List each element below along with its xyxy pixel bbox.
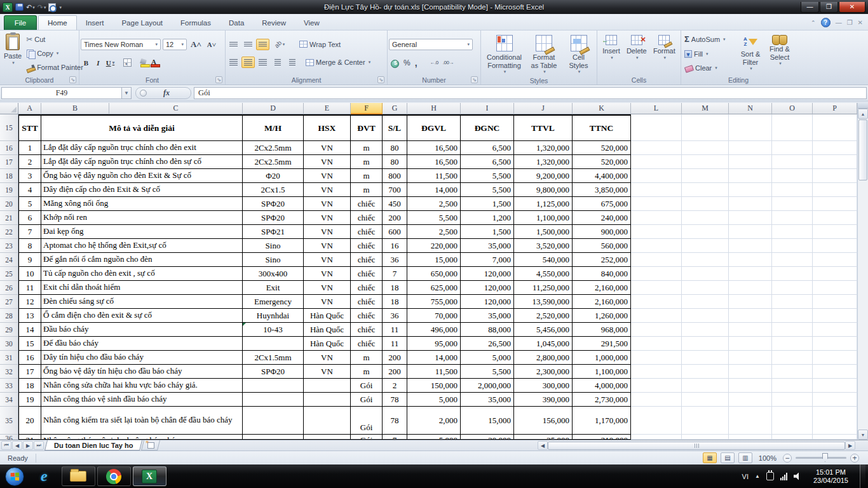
cell[interactable]: 80 — [383, 155, 407, 169]
format-as-table-button[interactable]: Format as Table — [526, 32, 562, 76]
cell[interactable]: 1,125,000 — [514, 197, 573, 211]
cell[interactable]: 2 — [383, 379, 407, 393]
grow-font-button[interactable]: A˄ — [189, 39, 203, 50]
decrease-decimal-button[interactable]: .00→ — [443, 60, 454, 65]
cell[interactable] — [631, 267, 682, 281]
print-preview-icon[interactable] — [48, 3, 56, 11]
cell[interactable]: Gói — [351, 407, 383, 435]
cell[interactable]: 1,100,000 — [514, 211, 573, 225]
cell[interactable]: 2Cx2.5mm — [243, 155, 304, 169]
scroll-right-icon[interactable]: ▶ — [845, 441, 855, 450]
cell[interactable]: chiếc — [351, 309, 383, 323]
bold-button[interactable]: B — [81, 57, 92, 68]
row-header-32[interactable]: 32 — [0, 365, 18, 379]
scroll-down-icon[interactable]: ▼ — [858, 430, 868, 440]
cell[interactable]: 240,000 — [573, 211, 631, 225]
autosum-button[interactable]: ΣAutoSum — [682, 34, 736, 44]
cell[interactable] — [682, 183, 729, 197]
cell[interactable]: Ống bảo vệ dây tín hiệu cho đầu báo cháy — [41, 365, 243, 379]
cell[interactable]: 1,100,000 — [573, 365, 631, 379]
cell[interactable] — [813, 365, 857, 379]
cell[interactable]: Đầu báo cháy — [41, 323, 243, 337]
cell[interactable] — [729, 281, 772, 295]
close-button[interactable]: ✕ — [839, 2, 865, 13]
cell[interactable] — [729, 114, 772, 141]
tray-expand-icon[interactable]: ▲ — [755, 473, 760, 479]
cell[interactable] — [631, 211, 682, 225]
cell[interactable] — [813, 267, 857, 281]
cell[interactable]: 14 — [18, 323, 41, 337]
cell[interactable] — [813, 379, 857, 393]
row-header-20[interactable]: 20 — [0, 197, 18, 211]
cell[interactable] — [682, 365, 729, 379]
cell[interactable]: VN — [304, 141, 351, 155]
column-header-G[interactable]: G — [383, 103, 407, 114]
cell[interactable] — [304, 435, 351, 440]
column-header-A[interactable]: A — [18, 103, 41, 114]
cell[interactable]: Sino — [243, 253, 304, 267]
cell[interactable] — [772, 309, 813, 323]
align-bottom-button[interactable] — [256, 39, 269, 50]
cell[interactable] — [682, 309, 729, 323]
align-left-button[interactable] — [227, 57, 240, 68]
cell[interactable] — [631, 225, 682, 239]
cell[interactable] — [772, 253, 813, 267]
cell[interactable] — [631, 379, 682, 393]
cell[interactable]: Dây tín hiệu cho đầu báo cháy — [41, 351, 243, 365]
increase-indent-button[interactable] — [285, 57, 299, 68]
cell[interactable] — [682, 351, 729, 365]
insert-function-icon[interactable]: fx — [163, 88, 170, 98]
cell[interactable]: Đế đầu báo cháy — [41, 337, 243, 351]
cell[interactable] — [729, 323, 772, 337]
cell[interactable]: 220,000 — [407, 239, 461, 253]
font-color-button[interactable]: A — [149, 58, 158, 67]
tab-insert[interactable]: Insert — [77, 15, 113, 30]
comma-style-button[interactable]: , — [415, 58, 417, 68]
cell[interactable]: ĐGNC — [461, 114, 514, 141]
horizontal-scrollbar[interactable]: ◀ ▶ — [538, 440, 868, 451]
cell[interactable] — [631, 239, 682, 253]
cell[interactable] — [813, 239, 857, 253]
column-header-D[interactable]: D — [243, 103, 304, 114]
cell[interactable] — [729, 435, 772, 440]
zoom-slider-thumb[interactable] — [822, 453, 828, 462]
accounting-format-icon[interactable] — [390, 58, 399, 67]
cell[interactable]: Khớp nối ren — [41, 211, 243, 225]
cell[interactable]: 450 — [383, 197, 407, 211]
cell[interactable]: 2,520,000 — [514, 309, 573, 323]
doc-restore-icon[interactable]: ❐ — [847, 19, 853, 26]
column-header-J[interactable]: J — [514, 103, 573, 114]
next-sheet-icon[interactable]: ▶ — [23, 441, 33, 450]
cell[interactable]: 2,800,000 — [514, 351, 573, 365]
volume-icon[interactable] — [794, 473, 802, 480]
font-size-select[interactable]: 12 — [163, 39, 187, 50]
excel-app-icon[interactable]: X — [3, 3, 13, 12]
number-dialog-launcher[interactable]: ⇘ — [471, 76, 478, 83]
cell[interactable] — [631, 337, 682, 351]
cell[interactable] — [243, 393, 304, 407]
cell[interactable]: m — [351, 351, 383, 365]
cell[interactable]: VN — [304, 281, 351, 295]
cell[interactable] — [682, 225, 729, 239]
cell[interactable]: TTVL — [514, 114, 573, 141]
cell[interactable]: chiếc — [351, 211, 383, 225]
cell[interactable]: 88,000 — [461, 323, 514, 337]
cell[interactable]: Nhân công tháo vệ sinh chuông báo cháy — [41, 435, 243, 440]
zoom-out-icon[interactable]: − — [783, 454, 792, 463]
cell[interactable]: 1,045,000 — [514, 337, 573, 351]
cell[interactable] — [243, 435, 304, 440]
column-header-P[interactable]: P — [813, 103, 857, 114]
row-header-31[interactable]: 31 — [0, 351, 18, 365]
column-header-M[interactable]: M — [682, 103, 729, 114]
cell[interactable]: 36 — [383, 253, 407, 267]
cell[interactable]: VN — [304, 267, 351, 281]
cell[interactable]: 5,000 — [407, 435, 461, 440]
cell[interactable]: 10 — [18, 267, 41, 281]
cell[interactable] — [682, 267, 729, 281]
row-header-22[interactable]: 22 — [0, 225, 18, 239]
format-cells-button[interactable]: Format — [651, 32, 678, 75]
cell[interactable] — [729, 225, 772, 239]
cell[interactable] — [813, 114, 857, 141]
zoom-in-icon[interactable]: + — [850, 454, 859, 463]
cell[interactable] — [772, 407, 813, 435]
